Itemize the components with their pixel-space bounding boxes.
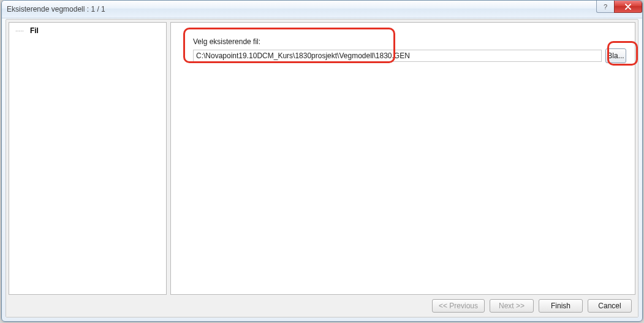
window-buttons: ? [597,1,642,13]
help-icon: ? [604,3,607,10]
window-title: Eksisterende vegmodell : 1 / 1 [7,5,105,13]
tree-item-label: Fil [30,26,39,35]
dialog-window: Eksisterende vegmodell : 1 / 1 ? ····· F… [1,0,643,322]
browse-button[interactable]: Bla... [605,48,626,63]
finish-button[interactable]: Finish [539,299,583,313]
client-area: ····· Fil Velg eksisterende fil: Bla... … [6,19,638,317]
next-button[interactable]: Next >> [490,299,534,313]
close-button[interactable] [614,1,642,13]
titlebar[interactable]: Eksisterende vegmodell : 1 / 1 ? [2,1,642,18]
tree-item-fil[interactable]: ····· Fil [9,25,166,36]
sidebar-tree[interactable]: ····· Fil [9,22,167,295]
dialog-footer: << Previous Next >> Finish Cancel [6,295,638,317]
cancel-button[interactable]: Cancel [588,299,632,313]
tree-toggle-icon: ····· [15,28,24,34]
select-file-label: Velg eksisterende fil: [193,37,260,46]
previous-button[interactable]: << Previous [432,299,485,313]
file-path-input[interactable] [193,50,602,62]
help-button[interactable]: ? [596,1,615,13]
close-icon [624,4,632,10]
main-panel: Velg eksisterende fil: Bla... [170,22,635,295]
